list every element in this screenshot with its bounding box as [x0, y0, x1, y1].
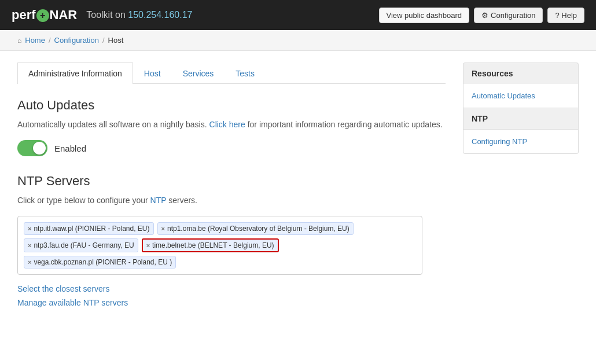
ntp-servers-description: Click or type below to configure your NT… — [17, 194, 446, 207]
content-area: Administrative Information Host Services… — [17, 62, 446, 325]
breadcrumb-sep-2: / — [102, 36, 105, 45]
gear-icon: ⚙ — [481, 11, 488, 20]
ntp-desc-after: servers. — [166, 196, 197, 205]
help-button[interactable]: ? Help — [547, 8, 584, 23]
ntp-tag-1-remove[interactable]: × — [161, 225, 165, 232]
header: perfNAR Toolkit on 150.254.160.17 View p… — [0, 0, 596, 30]
ntp-servers-title: NTP Servers — [17, 174, 446, 189]
auto-updates-title: Auto Updates — [17, 98, 446, 113]
tab-administrative-information[interactable]: Administrative Information — [17, 62, 133, 84]
ntp-tag-1-label: ntp1.oma.be (Royal Observatory of Belgiu… — [167, 225, 349, 233]
ntp-tags-box[interactable]: × ntp.itl.waw.pl (PIONIER - Poland, EU) … — [17, 216, 422, 275]
ntp-tag-1: × ntp1.oma.be (Royal Observatory of Belg… — [157, 222, 354, 235]
sidebar-configuring-ntp-link[interactable]: Configuring NTP — [472, 135, 570, 148]
ntp-tag-0-label: ntp.itl.waw.pl (PIONIER - Poland, EU) — [34, 225, 149, 233]
sidebar: Resources Automatic Updates NTP Configur… — [463, 62, 579, 325]
logo: perfNAR — [12, 8, 77, 23]
tab-tests[interactable]: Tests — [225, 62, 266, 84]
ntp-tag-2-remove[interactable]: × — [28, 242, 31, 249]
ntp-tag-0-remove[interactable]: × — [28, 225, 31, 232]
ntp-tag-2: × ntp3.fau.de (FAU - Germany, EU — [24, 238, 138, 252]
configuration-button[interactable]: ⚙ Configuration — [474, 8, 543, 23]
header-title: Toolkit on 150.254.160.17 — [86, 10, 192, 20]
logo-text: perfNAR — [12, 8, 77, 23]
ntp-tag-4-remove[interactable]: × — [28, 259, 31, 266]
auto-updates-link[interactable]: Click here — [209, 120, 245, 129]
tab-services[interactable]: Services — [172, 62, 225, 84]
auto-updates-desc-after: for important information regarding auto… — [248, 120, 443, 129]
view-dashboard-button[interactable]: View public dashboard — [379, 8, 470, 23]
sidebar-resources-header: Resources — [463, 62, 579, 84]
header-nav: View public dashboard ⚙ Configuration ? … — [379, 8, 584, 23]
auto-updates-toggle[interactable] — [17, 140, 47, 156]
sidebar-ntp-body: Configuring NTP — [463, 130, 579, 154]
breadcrumb-sep-1: / — [49, 36, 51, 45]
tabs: Administrative Information Host Services… — [17, 62, 446, 84]
auto-updates-section: Auto Updates Automatically updates all s… — [17, 98, 446, 156]
breadcrumb: ⌂ Home / Configuration / Host — [17, 36, 579, 45]
sidebar-resources-section: Resources Automatic Updates NTP Configur… — [463, 62, 579, 154]
tab-host[interactable]: Host — [133, 62, 172, 84]
ntp-tag-4-label: vega.cbk.poznan.pl (PIONIER - Poland, EU… — [34, 258, 172, 266]
manage-available-ntp-link[interactable]: Manage available NTP servers — [17, 298, 446, 307]
ntp-tag-3: × time.belnet.be (BELNET - Belgium, EU) — [142, 238, 279, 252]
main-container: Administrative Information Host Services… — [0, 51, 596, 336]
ntp-desc-link[interactable]: NTP — [150, 196, 167, 205]
configuration-label: Configuration — [491, 11, 535, 20]
auto-updates-desc-before: Automatically updates all software on a … — [17, 120, 207, 129]
sidebar-ntp-header: NTP — [463, 108, 579, 130]
logo-icon — [36, 9, 49, 22]
breadcrumb-current: Host — [108, 36, 124, 45]
ntp-tag-2-label: ntp3.fau.de (FAU - Germany, EU — [34, 241, 134, 249]
sidebar-resources-body: Automatic Updates — [463, 84, 579, 108]
breadcrumb-bar: ⌂ Home / Configuration / Host — [0, 30, 596, 51]
toggle-knob — [33, 142, 46, 155]
ntp-servers-section: NTP Servers Click or type below to confi… — [17, 174, 446, 307]
toggle-label: Enabled — [54, 144, 86, 153]
breadcrumb-configuration[interactable]: Configuration — [54, 36, 99, 45]
ntp-tag-3-remove[interactable]: × — [146, 242, 150, 249]
home-icon: ⌂ — [17, 36, 21, 45]
select-closest-servers-link[interactable]: Select the closest servers — [17, 284, 446, 293]
toggle-row: Enabled — [17, 140, 446, 156]
breadcrumb-home[interactable]: Home — [25, 36, 45, 45]
ntp-desc-before: Click or type below to configure your — [17, 196, 150, 205]
sidebar-automatic-updates-link[interactable]: Automatic Updates — [472, 90, 570, 102]
ntp-tag-0: × ntp.itl.waw.pl (PIONIER - Poland, EU) — [24, 222, 154, 235]
ntp-tag-4: × vega.cbk.poznan.pl (PIONIER - Poland, … — [24, 256, 176, 269]
auto-updates-description: Automatically updates all software on a … — [17, 119, 446, 131]
ntp-tag-3-label: time.belnet.be (BELNET - Belgium, EU) — [152, 241, 274, 249]
header-ip: 150.254.160.17 — [128, 10, 192, 20]
